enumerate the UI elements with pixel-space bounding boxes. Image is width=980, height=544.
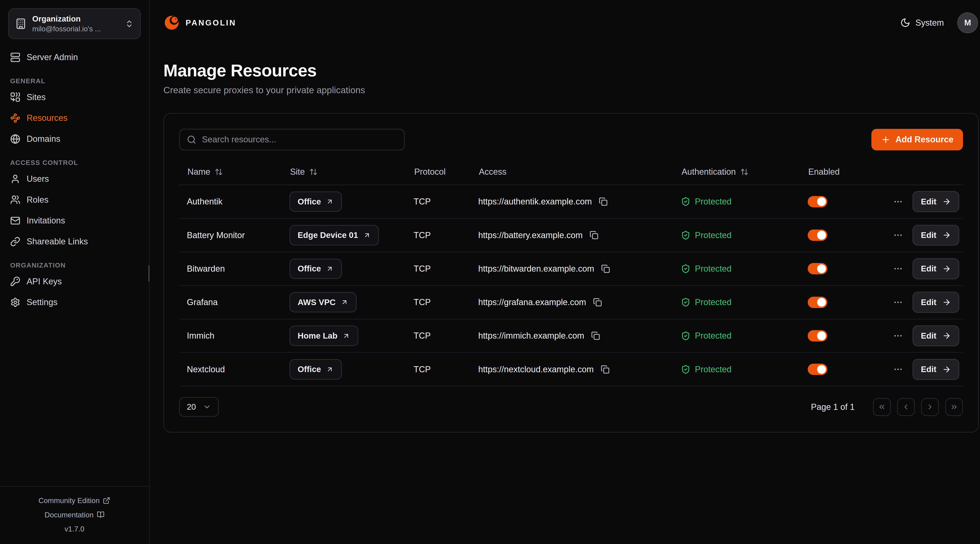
section-label: ACCESS CONTROL: [10, 159, 141, 167]
table-body: Authentik Office TCP https://authentik.e…: [179, 185, 963, 387]
arrow-right-icon: [942, 298, 951, 307]
theme-toggle[interactable]: System: [900, 17, 944, 28]
resource-protocol: TCP: [406, 197, 471, 206]
edit-button[interactable]: Edit: [913, 258, 959, 279]
community-edition-link[interactable]: Community Edition: [0, 493, 149, 508]
row-menu-button[interactable]: [892, 296, 905, 309]
copy-url-button[interactable]: [600, 263, 611, 274]
chevrons-right-icon: [950, 403, 958, 411]
pager: Page 1 of 1: [811, 398, 963, 416]
auth-status: Protected: [695, 264, 732, 274]
enabled-toggle[interactable]: [808, 230, 827, 241]
site-link-button[interactable]: AWS VPC: [290, 292, 356, 312]
column-header-name[interactable]: Name: [179, 167, 282, 177]
last-page-button[interactable]: [945, 398, 963, 416]
edit-label: Edit: [921, 331, 936, 341]
site-name: Office: [298, 264, 321, 273]
avatar[interactable]: M: [957, 12, 978, 33]
ellipsis-icon: [893, 364, 903, 374]
row-menu-button[interactable]: [892, 363, 905, 376]
site-link-button[interactable]: Office: [290, 359, 342, 379]
edit-button[interactable]: Edit: [913, 359, 959, 380]
enabled-toggle[interactable]: [808, 263, 827, 274]
sidebar-item-resources[interactable]: Resources: [8, 108, 141, 128]
nav-item-label: Domains: [27, 134, 60, 144]
sidebar-item-settings[interactable]: Settings: [8, 292, 141, 313]
sort-icon: [740, 168, 749, 176]
sidebar-item-server-admin[interactable]: Server Admin: [8, 47, 141, 68]
building-icon: [15, 18, 27, 29]
column-header-protocol: Protocol: [406, 167, 471, 177]
sidebar-item-domains[interactable]: Domains: [8, 128, 141, 149]
prev-page-button[interactable]: [897, 398, 915, 416]
community-edition-label: Community Edition: [38, 493, 100, 508]
scrollbar-thumb[interactable]: [148, 265, 150, 282]
resource-name: Nextcloud: [179, 365, 282, 374]
edit-button[interactable]: Edit: [913, 191, 959, 212]
sidebar-item-roles[interactable]: Roles: [8, 189, 141, 210]
resource-protocol: TCP: [406, 230, 471, 240]
site-link-button[interactable]: Office: [290, 259, 342, 279]
row-menu-button[interactable]: [892, 330, 905, 342]
nav-item-label: Shareable Links: [27, 237, 88, 246]
resource-name: Bitwarden: [179, 264, 282, 274]
row-menu-button[interactable]: [892, 195, 905, 208]
edit-button[interactable]: Edit: [913, 325, 959, 346]
shield-check-icon: [681, 331, 690, 341]
sidebar-item-users[interactable]: Users: [8, 168, 141, 189]
column-header-authentication[interactable]: Authentication: [673, 167, 800, 177]
documentation-link[interactable]: Documentation: [0, 508, 149, 522]
sidebar-item-sites[interactable]: Sites: [8, 87, 141, 108]
row-menu-button[interactable]: [892, 229, 905, 242]
copy-url-button[interactable]: [592, 297, 603, 308]
page-size-select[interactable]: 20: [179, 397, 218, 417]
enabled-toggle[interactable]: [808, 330, 827, 341]
first-page-button[interactable]: [873, 398, 891, 416]
sidebar-item-api-keys[interactable]: API Keys: [8, 271, 141, 292]
copy-icon: [590, 231, 598, 239]
content: Manage Resources Create secure proxies t…: [150, 46, 980, 433]
toggle-knob: [817, 231, 826, 239]
enabled-toggle[interactable]: [808, 364, 827, 375]
row-menu-button[interactable]: [892, 262, 905, 275]
sidebar-item-shareable-links[interactable]: Shareable Links: [8, 231, 141, 252]
org-subtitle: milo@fossorial.io's ...: [32, 25, 119, 33]
topbar-right: System M: [900, 12, 978, 33]
edit-label: Edit: [921, 264, 936, 273]
auth-status: Protected: [695, 197, 732, 206]
ellipsis-icon: [893, 331, 903, 341]
sidebar-item-invitations[interactable]: Invitations: [8, 210, 141, 231]
arrow-up-right-icon: [340, 298, 348, 306]
table-row: Grafana AWS VPC TCP https://grafana.exam…: [179, 286, 963, 319]
column-header-site[interactable]: Site: [282, 167, 406, 177]
edit-button[interactable]: Edit: [913, 225, 959, 246]
copy-url-button[interactable]: [590, 330, 601, 341]
copy-url-button[interactable]: [589, 230, 600, 241]
copy-icon: [593, 298, 602, 307]
add-resource-button[interactable]: Add Resource: [872, 129, 963, 151]
enabled-toggle[interactable]: [808, 196, 827, 208]
ellipsis-icon: [893, 263, 903, 274]
edit-button[interactable]: Edit: [913, 292, 959, 313]
version-label: v1.7.0: [0, 522, 149, 536]
search-input[interactable]: [202, 135, 397, 144]
column-label: Name: [188, 167, 210, 177]
site-link-button[interactable]: Edge Device 01: [290, 225, 379, 245]
site-link-button[interactable]: Home Lab: [290, 326, 358, 346]
main-area: PANGOLIN System M Manage Resources Creat…: [150, 0, 980, 544]
next-page-button[interactable]: [921, 398, 939, 416]
nav-item-label: Users: [27, 174, 49, 184]
copy-url-button[interactable]: [599, 364, 611, 375]
site-link-button[interactable]: Office: [290, 192, 342, 212]
sidebar: Organization milo@fossorial.io's ... Ser…: [0, 0, 150, 544]
sidebar-section: ORGANIZATION API Keys Settings: [8, 262, 141, 313]
org-switcher[interactable]: Organization milo@fossorial.io's ...: [8, 8, 141, 39]
edit-label: Edit: [921, 197, 936, 206]
brand[interactable]: PANGOLIN: [164, 14, 236, 31]
resource-name: Battery Monitor: [179, 230, 282, 240]
copy-icon: [599, 197, 608, 206]
server-icon: [10, 52, 21, 62]
enabled-toggle[interactable]: [808, 297, 827, 308]
search-box[interactable]: [179, 129, 405, 151]
copy-url-button[interactable]: [598, 196, 609, 208]
